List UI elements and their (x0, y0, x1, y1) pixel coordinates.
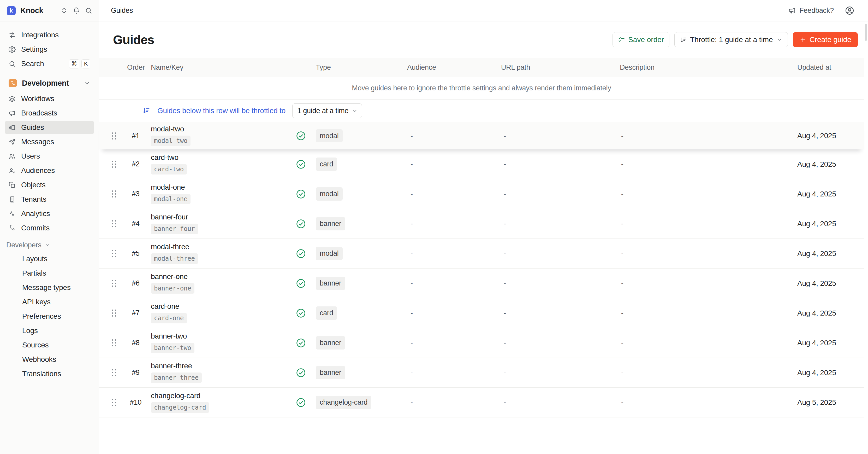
table-row[interactable]: #3 modal-one modal-one modal - - - Aug 4… (99, 179, 864, 209)
guide-type-badge: banner (316, 336, 345, 349)
sidebar-item-users[interactable]: Users (5, 149, 94, 163)
page-title: Guides (113, 33, 613, 47)
drag-handle[interactable] (111, 339, 118, 347)
sidebar-item-layouts[interactable]: Layouts (22, 252, 94, 266)
user-avatar-button[interactable] (845, 6, 855, 16)
table-row[interactable]: #4 banner-four banner-four banner - - - … (99, 209, 864, 239)
guide-updated-at: Aug 4, 2025 (797, 309, 854, 317)
sidebar-item-search[interactable]: Search ⌘K (5, 57, 94, 70)
drag-handle[interactable] (111, 220, 118, 228)
throttle-dropdown-button[interactable]: Throttle: 1 guide at a time (674, 32, 788, 47)
table-row[interactable]: #7 card-one card-one card - - - Aug 4, 2… (99, 298, 864, 328)
guide-updated-at: Aug 4, 2025 (797, 279, 854, 288)
table-row[interactable]: #9 banner-three banner-three banner - - … (99, 358, 864, 388)
environment-switcher[interactable]: Development (5, 76, 94, 90)
column-header-updated-at: Updated at (797, 63, 854, 72)
drag-handle[interactable] (111, 190, 118, 199)
search-icon[interactable] (85, 7, 92, 14)
sidebar-item-integrations[interactable]: Integrations (5, 28, 94, 42)
chevron-down-icon (84, 80, 90, 86)
sidebar-item-api-keys[interactable]: API keys (22, 295, 94, 309)
sidebar-item-audiences[interactable]: Audiences (5, 164, 94, 177)
guide-key: banner-four (151, 224, 198, 234)
column-header-url-path: URL path (501, 63, 620, 72)
table-row[interactable]: #8 banner-two banner-two banner - - - Au… (99, 328, 864, 358)
sidebar-item-objects[interactable]: Objects (5, 178, 94, 192)
guide-key: card-two (151, 164, 187, 175)
guide-order: #1 (123, 132, 149, 140)
chevrons-up-down-icon[interactable] (61, 7, 68, 14)
throttle-value-select[interactable]: 1 guide at a time (292, 104, 362, 118)
guide-key: card-one (151, 313, 187, 324)
sidebar-item-webhooks[interactable]: Webhooks (22, 352, 94, 367)
sidebar-item-settings[interactable]: Settings (5, 42, 94, 56)
drag-handle[interactable] (111, 160, 118, 169)
sidebar-item-label: Workflows (21, 94, 54, 103)
guide-type-badge: card (316, 158, 337, 171)
environment-nav-items: Workflows Broadcasts Guides Messages Use… (5, 92, 94, 235)
table-row[interactable]: #5 modal-three modal-three modal - - - A… (99, 239, 864, 268)
guide-type-badge: modal (316, 129, 343, 142)
guide-audience: - (407, 132, 501, 140)
table-row[interactable]: #10 changelog-card changelog-card change… (99, 388, 864, 418)
save-order-button[interactable]: Save order (613, 32, 670, 47)
guide-audience: - (407, 220, 501, 228)
sidebar-item-partials[interactable]: Partials (22, 266, 94, 280)
drag-handle[interactable] (111, 132, 118, 140)
sidebar-item-workflows[interactable]: Workflows (5, 92, 94, 106)
drag-handle[interactable] (111, 398, 118, 407)
sidebar-item-analytics[interactable]: Analytics (5, 207, 94, 221)
sidebar-item-messages[interactable]: Messages (5, 135, 94, 149)
sidebar-item-label: Webhooks (22, 355, 56, 364)
sidebar-item-commits[interactable]: Commits (5, 221, 94, 235)
developers-section-toggle[interactable]: Developers (5, 238, 94, 252)
sidebar-item-label: Translations (22, 370, 61, 378)
guide-name: modal-two (151, 125, 286, 133)
guide-description: - (620, 369, 797, 377)
sidebar-item-message-types[interactable]: Message types (22, 280, 94, 295)
sidebar-item-label: Commits (21, 224, 50, 232)
sidebar-item-label: Logs (22, 327, 38, 335)
guide-audience: - (407, 339, 501, 347)
sidebar-item-preferences[interactable]: Preferences (22, 309, 94, 323)
guide-updated-at: Aug 4, 2025 (797, 132, 854, 140)
table-row[interactable]: #2 card-two card-two card - - - Aug 4, 2… (99, 149, 864, 179)
topbar: Guides Feedback? (99, 0, 868, 22)
feedback-button[interactable]: Feedback? (788, 6, 834, 15)
guide-name: changelog-card (151, 392, 286, 399)
table-row[interactable]: #6 banner-one banner-one banner - - - Au… (99, 268, 864, 298)
guide-url-path: - (501, 190, 620, 198)
analytics-icon (9, 210, 16, 217)
guide-type-badge: modal (316, 187, 343, 200)
guide-audience: - (407, 190, 501, 198)
drag-handle[interactable] (111, 368, 118, 377)
broadcasts-icon (9, 110, 16, 117)
guide-url-path: - (501, 279, 620, 287)
sidebar-item-label: Users (21, 152, 40, 161)
sidebar-item-logs[interactable]: Logs (22, 323, 94, 338)
drag-handle[interactable] (111, 309, 118, 318)
table-row[interactable]: #1 modal-two modal-two modal - - - Aug 4… (99, 122, 864, 149)
guide-updated-at: Aug 4, 2025 (797, 339, 854, 347)
unthrottled-drop-zone[interactable]: Move guides here to ignore the throttle … (99, 77, 864, 99)
sidebar-item-sources[interactable]: Sources (22, 338, 94, 352)
workspace-name: Knock (20, 6, 56, 15)
bell-icon[interactable] (73, 7, 80, 14)
workspace-switcher[interactable]: k Knock (0, 0, 99, 22)
guide-key: modal-three (151, 253, 198, 264)
drag-handle[interactable] (111, 249, 118, 258)
sidebar-item-guides[interactable]: Guides (5, 121, 94, 134)
drag-handle[interactable] (111, 279, 118, 288)
sidebar-item-translations[interactable]: Translations (22, 367, 94, 381)
guide-type-badge: banner (316, 366, 345, 379)
vertical-scrollbar[interactable] (865, 24, 867, 41)
sidebar-item-tenants[interactable]: Tenants (5, 193, 94, 206)
table-body: #1 modal-two modal-two modal - - - Aug 4… (99, 122, 864, 418)
search-shortcut: ⌘K (69, 59, 90, 68)
check-circle-icon (296, 189, 306, 199)
sidebar-item-broadcasts[interactable]: Broadcasts (5, 106, 94, 120)
guide-name: banner-two (151, 333, 286, 340)
create-guide-button[interactable]: Create guide (793, 32, 858, 47)
sidebar-top-items: Integrations Settings Search ⌘K (5, 28, 94, 70)
guide-order: #8 (123, 339, 149, 347)
